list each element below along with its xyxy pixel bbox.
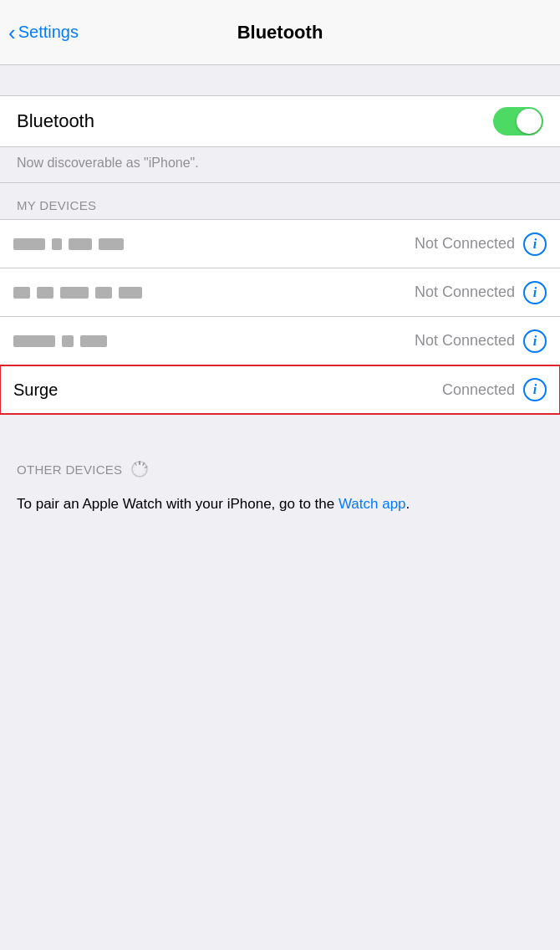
surge-device-name: Surge — [13, 381, 58, 400]
redacted-block — [13, 335, 55, 347]
bluetooth-label: Bluetooth — [17, 110, 94, 132]
bluetooth-toggle[interactable] — [493, 107, 543, 135]
redacted-block — [95, 287, 112, 299]
device-right: Connected i — [442, 378, 547, 401]
pairing-text: To pair an Apple Watch with your iPhone,… — [0, 485, 560, 532]
spinner-icon — [130, 460, 149, 478]
device-list: Not Connected i Not Connected i Not Conn… — [0, 219, 560, 415]
surge-device-row[interactable]: Surge Connected i — [0, 365, 560, 414]
redacted-block — [80, 335, 107, 347]
device-status: Not Connected — [415, 283, 515, 301]
redacted-block — [69, 238, 92, 250]
redacted-block — [119, 287, 142, 299]
device-name-redacted — [13, 238, 124, 250]
back-chevron-icon: ‹ — [8, 22, 16, 43]
watch-app-link[interactable]: Watch app — [339, 496, 406, 512]
pairing-text-suffix: . — [406, 496, 410, 512]
info-button[interactable]: i — [523, 232, 547, 256]
pairing-text-prefix: To pair an Apple Watch with your iPhone,… — [17, 496, 339, 512]
device-status: Not Connected — [415, 332, 515, 350]
device-row[interactable]: Not Connected i — [0, 317, 560, 365]
scanning-spinner — [130, 460, 149, 478]
other-devices-header-row: OTHER DEVICES — [0, 445, 560, 485]
svg-line-7 — [135, 473, 137, 476]
svg-line-10 — [135, 463, 137, 466]
redacted-block — [52, 238, 62, 250]
svg-line-5 — [143, 473, 145, 476]
device-right: Not Connected i — [415, 281, 547, 304]
bottom-spacer — [0, 532, 560, 582]
top-spacer — [0, 65, 560, 95]
device-row[interactable]: Not Connected i — [0, 268, 560, 317]
bluetooth-toggle-row: Bluetooth — [0, 96, 560, 146]
back-label: Settings — [18, 23, 79, 42]
bluetooth-toggle-section: Bluetooth — [0, 95, 560, 147]
info-button[interactable]: i — [523, 329, 547, 353]
device-right: Not Connected i — [415, 329, 547, 353]
redacted-block — [37, 287, 53, 299]
device-name-redacted — [13, 287, 142, 299]
redacted-block — [13, 238, 45, 250]
middle-spacer — [0, 415, 560, 445]
device-status: Not Connected — [415, 235, 515, 253]
back-button[interactable]: ‹ Settings — [8, 22, 79, 43]
redacted-block — [99, 238, 124, 250]
page-title: Bluetooth — [237, 22, 323, 43]
device-row[interactable]: Not Connected i — [0, 220, 560, 268]
svg-line-2 — [143, 463, 145, 466]
device-right: Not Connected i — [415, 232, 547, 256]
info-button[interactable]: i — [523, 281, 547, 304]
my-devices-header: MY DEVICES — [0, 183, 560, 219]
other-devices-label: OTHER DEVICES — [17, 462, 122, 477]
redacted-block — [62, 335, 74, 347]
redacted-block — [60, 287, 89, 299]
surge-device-status: Connected — [442, 381, 515, 399]
nav-bar: ‹ Settings Bluetooth — [0, 0, 560, 65]
discoverable-text: Now discoverable as "iPhone". — [0, 147, 560, 183]
info-button[interactable]: i — [523, 378, 547, 401]
device-name-redacted — [13, 335, 107, 347]
redacted-block — [13, 287, 30, 299]
